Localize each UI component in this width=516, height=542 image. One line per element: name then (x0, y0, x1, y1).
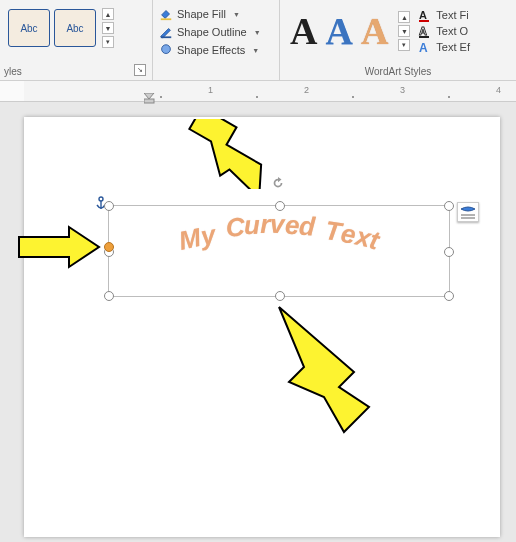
svg-point-2 (162, 45, 171, 54)
annotation-arrow-icon (254, 302, 384, 442)
resize-handle[interactable] (444, 247, 454, 257)
shape-tools-group: Shape Fill▼ Shape Outline▼ Shape Effects… (153, 0, 280, 80)
effects-icon (159, 43, 173, 57)
resize-handle[interactable] (275, 201, 285, 211)
gallery-more-button[interactable]: ▾ (102, 36, 114, 48)
resize-handle[interactable] (275, 291, 285, 301)
curved-text-content[interactable]: My Curved Text (109, 206, 449, 251)
wordart-textbox[interactable]: My Curved Text (108, 205, 450, 297)
layout-options-button[interactable] (457, 202, 479, 222)
wordart-preset[interactable]: A (325, 12, 352, 50)
text-outline-label: Text O (436, 25, 468, 37)
svg-marker-16 (279, 307, 369, 432)
chevron-down-icon: ▼ (233, 11, 240, 18)
annotation-arrow-icon (14, 222, 114, 272)
shape-styles-group: Abc Abc ▲ ▼ ▾ yles ↘ (0, 0, 153, 80)
gallery-up-button[interactable]: ▲ (398, 11, 410, 23)
document-page[interactable]: My Curved Text (24, 117, 500, 537)
wordart-preset[interactable]: A (361, 12, 388, 50)
pen-icon (159, 25, 173, 39)
indent-marker-icon[interactable] (144, 93, 156, 105)
shape-style-label: Abc (66, 23, 83, 34)
ruler-number: 1 (208, 85, 213, 95)
svg-rect-6 (419, 36, 429, 38)
wordart-styles-title: WordArt Styles (365, 66, 432, 78)
svg-text:A: A (419, 25, 427, 37)
horizontal-ruler[interactable]: 1 2 3 4 (0, 81, 516, 102)
ribbon: Abc Abc ▲ ▼ ▾ yles ↘ Shape Fill▼ Shape O… (0, 0, 516, 81)
text-effects-button[interactable]: A Text Ef (418, 40, 470, 54)
ruler-number: 2 (304, 85, 309, 95)
resize-handle[interactable] (444, 291, 454, 301)
shape-styles-dialog-launcher[interactable]: ↘ (134, 64, 146, 76)
resize-handle[interactable] (444, 201, 454, 211)
workspace: 1 2 3 4 My Curved (0, 81, 516, 542)
svg-marker-14 (177, 119, 284, 189)
svg-rect-1 (161, 36, 172, 38)
resize-handle[interactable] (104, 201, 114, 211)
text-fill-icon: A (418, 8, 432, 22)
text-fill-label: Text Fi (436, 9, 468, 21)
layout-options-icon (458, 203, 478, 221)
shape-effects-button[interactable]: Shape Effects▼ (157, 42, 275, 58)
gallery-more-button[interactable]: ▾ (398, 39, 410, 51)
ruler-number: 4 (496, 85, 501, 95)
svg-rect-0 (161, 18, 172, 20)
annotation-arrow-icon (164, 119, 294, 189)
svg-rect-9 (144, 99, 154, 103)
text-outline-icon: A (418, 24, 432, 38)
shape-fill-label: Shape Fill (177, 8, 226, 20)
shape-style-label: Abc (20, 23, 37, 34)
bucket-icon (159, 7, 173, 21)
gallery-down-button[interactable]: ▼ (398, 25, 410, 37)
svg-rect-4 (419, 20, 429, 22)
gallery-down-button[interactable]: ▼ (102, 22, 114, 34)
svg-point-10 (99, 197, 103, 201)
text-effects-icon: A (418, 40, 432, 54)
shape-fill-button[interactable]: Shape Fill▼ (157, 6, 275, 22)
resize-handle[interactable] (104, 291, 114, 301)
svg-marker-15 (19, 227, 99, 267)
svg-text:A: A (419, 41, 428, 54)
shape-effects-label: Shape Effects (177, 44, 245, 56)
text-effects-label: Text Ef (436, 41, 470, 53)
chevron-down-icon: ▼ (252, 47, 259, 54)
shape-outline-label: Shape Outline (177, 26, 247, 38)
wordart-styles-group: A A A ▲ ▼ ▾ A Text Fi A Text O (280, 0, 516, 80)
gallery-up-button[interactable]: ▲ (102, 8, 114, 20)
shape-style-preset[interactable]: Abc (8, 9, 50, 47)
text-outline-button[interactable]: A Text O (418, 24, 470, 38)
svg-text:A: A (419, 9, 427, 21)
shape-styles-title: yles (4, 66, 22, 78)
chevron-down-icon: ▼ (254, 29, 261, 36)
text-fill-button[interactable]: A Text Fi (418, 8, 470, 22)
shape-style-preset[interactable]: Abc (54, 9, 96, 47)
shape-outline-button[interactable]: Shape Outline▼ (157, 24, 275, 40)
svg-marker-8 (144, 93, 154, 99)
wordart-preset[interactable]: A (290, 12, 317, 50)
ruler-number: 3 (400, 85, 405, 95)
